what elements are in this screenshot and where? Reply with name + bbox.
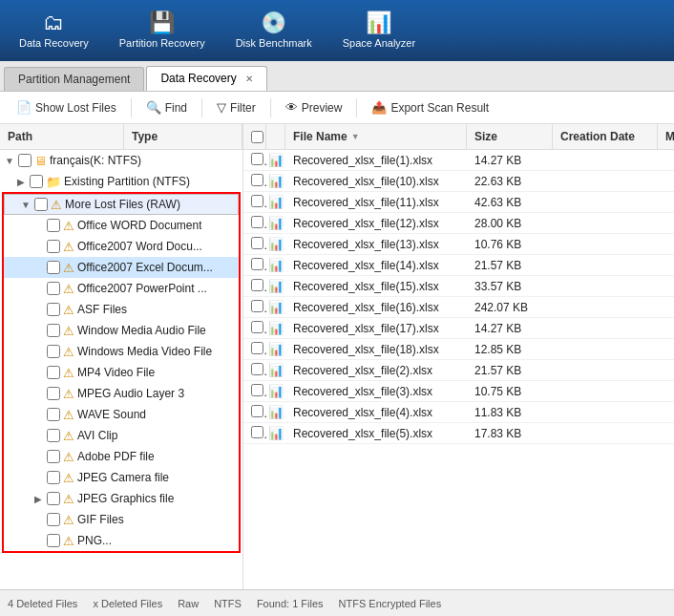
file-row[interactable]: 📊 Recovered_xlsx_file(10).xlsx 22.63 KB bbox=[243, 171, 674, 192]
file-checkbox-cell[interactable] bbox=[243, 279, 266, 294]
checkbox-png[interactable] bbox=[47, 534, 60, 547]
file-checkbox-11[interactable] bbox=[251, 384, 263, 396]
checkbox-root[interactable] bbox=[18, 154, 32, 167]
tree-node-office-word[interactable]: ⚠ Office WORD Document bbox=[4, 215, 239, 236]
expand-jpeg-graphics[interactable]: ▶ bbox=[32, 494, 44, 504]
file-checkbox-cell[interactable] bbox=[243, 195, 266, 210]
tree-node-gif[interactable]: ⚠ GIF Files bbox=[4, 509, 239, 530]
checkbox-existing[interactable] bbox=[30, 175, 43, 188]
checkbox-office2007-excel[interactable] bbox=[47, 261, 60, 274]
expand-root[interactable]: ▼ bbox=[4, 156, 15, 166]
checkbox-asf[interactable] bbox=[47, 303, 60, 316]
tab-partition-management[interactable]: Partition Management bbox=[4, 67, 144, 91]
tree-node-mpeg[interactable]: ⚠ MPEG Audio Layer 3 bbox=[4, 383, 239, 404]
checkbox-office2007-word[interactable] bbox=[47, 240, 60, 253]
tree-node-office2007-word[interactable]: ⚠ Office2007 Word Docu... bbox=[4, 236, 239, 257]
tree-node-jpeg-graphics[interactable]: ▶ ⚠ JPEG Graphics file bbox=[4, 488, 239, 509]
nav-data-recovery[interactable]: 🗂 Data Recovery bbox=[4, 0, 104, 61]
tree-node-root[interactable]: ▼ 🖥 français(K: NTFS) bbox=[0, 150, 242, 171]
file-row[interactable]: 📊 Recovered_xlsx_file(1).xlsx 14.27 KB bbox=[243, 150, 674, 171]
file-row[interactable]: 📊 Recovered_xlsx_file(16).xlsx 242.07 KB bbox=[243, 297, 674, 318]
checkbox-office-word[interactable] bbox=[47, 219, 60, 232]
file-checkbox-cell[interactable] bbox=[243, 237, 266, 252]
filter-button[interactable]: ▽ Filter bbox=[208, 96, 264, 118]
tree-node-wma[interactable]: ⚠ Window Media Audio File bbox=[4, 320, 239, 341]
tree-node-avi[interactable]: ⚠ AVI Clip bbox=[4, 425, 239, 446]
tree-node-pdf[interactable]: ⚠ Adobe PDF file bbox=[4, 446, 239, 467]
file-row[interactable]: 📊 Recovered_xlsx_file(12).xlsx 28.00 KB bbox=[243, 213, 674, 234]
nav-space-analyzer[interactable]: 📊 Space Analyzer bbox=[327, 0, 431, 61]
file-checkbox-cell[interactable] bbox=[243, 342, 266, 357]
checkbox-more-lost[interactable] bbox=[34, 198, 48, 211]
tree-body[interactable]: ▼ 🖥 français(K: NTFS) ▶ 📁 Existing Parti… bbox=[0, 150, 242, 589]
checkbox-mpeg[interactable] bbox=[47, 387, 60, 400]
file-checkbox-12[interactable] bbox=[251, 405, 263, 417]
file-row[interactable]: 📊 Recovered_xlsx_file(13).xlsx 10.76 KB bbox=[243, 234, 674, 255]
preview-button[interactable]: 👁 Preview bbox=[277, 96, 351, 118]
checkbox-wma[interactable] bbox=[47, 324, 60, 337]
file-checkbox-cell[interactable] bbox=[243, 174, 266, 189]
file-row[interactable]: 📊 Recovered_xlsx_file(2).xlsx 21.57 KB bbox=[243, 360, 674, 381]
file-row[interactable]: 📊 Recovered_xlsx_file(17).xlsx 14.27 KB bbox=[243, 318, 674, 339]
find-button[interactable]: 🔍 Find bbox=[137, 96, 196, 118]
file-checkbox-3[interactable] bbox=[251, 216, 263, 228]
file-row[interactable]: 📊 Recovered_xlsx_file(3).xlsx 10.75 KB bbox=[243, 381, 674, 402]
tree-node-asf[interactable]: ⚠ ASF Files bbox=[4, 299, 239, 320]
file-checkbox-4[interactable] bbox=[251, 237, 263, 249]
tab-data-recovery[interactable]: Data Recovery ✕ bbox=[146, 66, 267, 91]
header-filename[interactable]: File Name ▼ bbox=[285, 124, 467, 149]
file-row[interactable]: 📊 Recovered_xlsx_file(15).xlsx 33.57 KB bbox=[243, 276, 674, 297]
checkbox-wave[interactable] bbox=[47, 408, 60, 421]
file-checkbox-cell[interactable] bbox=[243, 216, 266, 231]
file-checkbox-cell[interactable] bbox=[243, 363, 266, 378]
file-checkbox-cell[interactable] bbox=[243, 153, 266, 168]
file-row[interactable]: 📊 Recovered_xlsx_file(18).xlsx 12.85 KB bbox=[243, 339, 674, 360]
file-checkbox-10[interactable] bbox=[251, 363, 263, 375]
file-row[interactable]: 📊 Recovered_xlsx_file(5).xlsx 17.83 KB bbox=[243, 423, 674, 444]
checkbox-mp4[interactable] bbox=[47, 366, 60, 379]
file-checkbox-cell[interactable] bbox=[243, 258, 266, 273]
export-button[interactable]: 📤 Export Scan Result bbox=[363, 96, 497, 118]
file-checkbox-cell[interactable] bbox=[243, 384, 266, 399]
tree-node-office2007-ppt[interactable]: ⚠ Office2007 PowerPoint ... bbox=[4, 278, 239, 299]
tree-node-png[interactable]: ⚠ PNG... bbox=[4, 530, 239, 551]
file-row[interactable]: 📊 Recovered_xlsx_file(14).xlsx 21.57 KB bbox=[243, 255, 674, 276]
checkbox-gif[interactable] bbox=[47, 513, 60, 526]
file-checkbox-cell[interactable] bbox=[243, 426, 266, 441]
tree-node-wmv[interactable]: ⚠ Windows Media Video File bbox=[4, 341, 239, 362]
file-checkbox-9[interactable] bbox=[251, 342, 263, 354]
tab-close-icon[interactable]: ✕ bbox=[245, 74, 253, 84]
show-lost-files-button[interactable]: 📄 Show Lost Files bbox=[8, 96, 125, 118]
nav-partition-recovery[interactable]: 💾 Partition Recovery bbox=[104, 0, 221, 61]
file-row[interactable]: 📊 Recovered_xlsx_file(4).xlsx 11.83 KB bbox=[243, 402, 674, 423]
tree-node-more-lost[interactable]: ▼ ⚠ More Lost Files (RAW) bbox=[4, 194, 239, 215]
file-checkbox-2[interactable] bbox=[251, 195, 263, 207]
checkbox-jpeg-camera[interactable] bbox=[47, 471, 60, 484]
file-checkbox-cell[interactable] bbox=[243, 405, 266, 420]
file-checkbox-cell[interactable] bbox=[243, 321, 266, 336]
tree-node-office2007-excel[interactable]: ⚠ Office2007 Excel Docum... bbox=[4, 257, 239, 278]
file-checkbox-7[interactable] bbox=[251, 300, 263, 312]
checkbox-avi[interactable] bbox=[47, 429, 60, 442]
file-checkbox-8[interactable] bbox=[251, 321, 263, 333]
tree-node-existing[interactable]: ▶ 📁 Existing Partition (NTFS) bbox=[0, 171, 242, 192]
file-checkbox-0[interactable] bbox=[251, 153, 263, 165]
file-checkbox-6[interactable] bbox=[251, 279, 263, 291]
checkbox-pdf[interactable] bbox=[47, 450, 60, 463]
file-checkbox-cell[interactable] bbox=[243, 300, 266, 315]
checkbox-jpeg-graphics[interactable] bbox=[47, 492, 60, 505]
checkbox-wmv[interactable] bbox=[47, 345, 60, 358]
file-checkbox-13[interactable] bbox=[251, 426, 263, 438]
tree-node-jpeg-camera[interactable]: ⚠ JPEG Camera file bbox=[4, 467, 239, 488]
tree-node-wave[interactable]: ⚠ WAVE Sound bbox=[4, 404, 239, 425]
file-checkbox-5[interactable] bbox=[251, 258, 263, 270]
file-row[interactable]: 📊 Recovered_xlsx_file(11).xlsx 42.63 KB bbox=[243, 192, 674, 213]
select-all-checkbox[interactable] bbox=[251, 131, 263, 143]
tree-node-mp4[interactable]: ⚠ MP4 Video File bbox=[4, 362, 239, 383]
expand-existing[interactable]: ▶ bbox=[15, 177, 27, 187]
checkbox-office2007-ppt[interactable] bbox=[47, 282, 60, 295]
nav-disk-benchmark[interactable]: 💿 Disk Benchmark bbox=[221, 0, 327, 61]
header-more[interactable]: Mo bbox=[658, 124, 674, 149]
expand-more-lost[interactable]: ▼ bbox=[20, 200, 32, 210]
header-size[interactable]: Size bbox=[467, 124, 553, 149]
